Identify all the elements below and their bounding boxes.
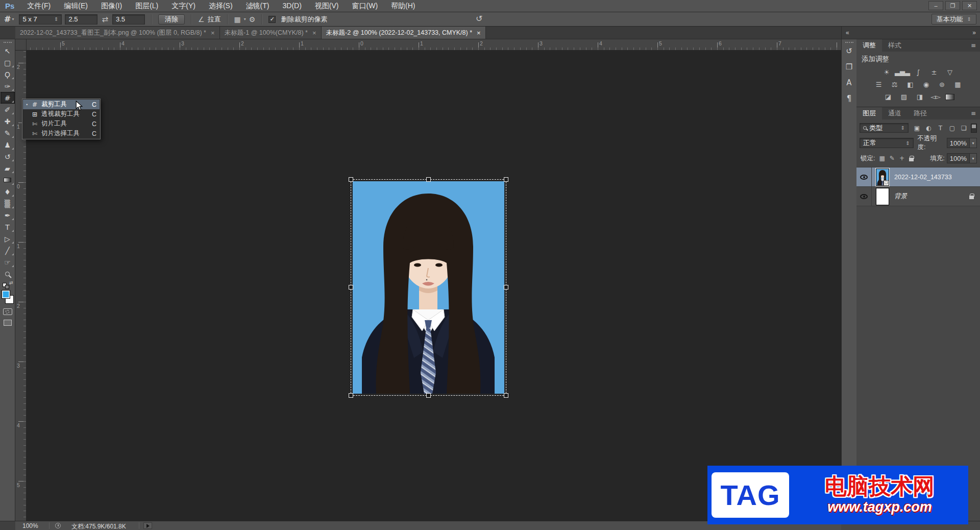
curves-icon[interactable]: ∫	[912, 68, 924, 77]
menu-item[interactable]: 3D(D)	[276, 1, 308, 12]
menu-item[interactable]: 视图(V)	[308, 1, 346, 12]
spot-healing-brush-tool[interactable]: ✚	[1, 115, 15, 127]
lock-transparency-icon[interactable]: ▦	[879, 155, 885, 162]
status-options-button[interactable]	[143, 522, 152, 529]
character-panel-icon[interactable]: A	[843, 77, 856, 89]
3d-panel-icon[interactable]: ❐	[843, 61, 856, 73]
horizontal-type-tool[interactable]: T	[1, 221, 15, 233]
crop-preset-select[interactable]: 5 x 7 ⇕	[19, 14, 62, 25]
black-white-icon[interactable]: ◧	[904, 80, 917, 89]
pen-tool[interactable]: ✒	[1, 209, 15, 221]
crop-handle[interactable]	[504, 285, 508, 290]
blend-mode-select[interactable]: 正常 ⇕	[860, 138, 914, 148]
zoom-level-field[interactable]: 100%	[22, 522, 38, 529]
menu-item[interactable]: 帮助(H)	[384, 1, 422, 12]
crop-handle[interactable]	[349, 177, 353, 182]
canvas-area[interactable]	[27, 51, 841, 521]
restore-button[interactable]: ❐	[945, 1, 960, 10]
clone-stamp-tool[interactable]: ♟	[1, 139, 15, 151]
filter-toggle-switch[interactable]	[971, 124, 977, 133]
menu-item[interactable]: 文字(Y)	[165, 1, 202, 12]
brightness-contrast-icon[interactable]: ☀	[880, 68, 893, 77]
reset-tool-icon[interactable]: ↺	[476, 14, 482, 23]
crop-handle[interactable]	[349, 285, 353, 290]
crop-overlay-options-icon[interactable]: ▦	[234, 15, 241, 23]
path-selection-tool[interactable]: ▷	[1, 233, 15, 245]
posterize-icon[interactable]: ▨	[898, 92, 910, 101]
levels-icon[interactable]: ▃▅▃	[896, 68, 909, 77]
paragraph-panel-icon[interactable]: ¶	[843, 92, 856, 105]
dodge-tool[interactable]: ▒	[1, 198, 15, 209]
chevron-down-icon[interactable]: ▾	[969, 138, 976, 148]
lock-paint-icon[interactable]: ✎	[890, 155, 895, 162]
eyedropper-tool[interactable]: ✐	[1, 104, 15, 115]
quick-selection-tool[interactable]: ✑	[1, 80, 15, 92]
filter-pixel-layers-icon[interactable]: ▣	[913, 125, 921, 132]
crop-marquee[interactable]	[351, 179, 506, 396]
rectangular-marquee-tool[interactable]: ▢	[1, 57, 15, 68]
tab-adjustments[interactable]: 调整	[856, 39, 882, 52]
gear-icon[interactable]: ⚙	[249, 15, 256, 23]
brush-tool[interactable]: ✎	[1, 127, 15, 139]
menu-item[interactable]: 文件(F)	[20, 1, 57, 12]
crop-tool[interactable]: #	[1, 92, 15, 104]
lock-all-icon[interactable]	[909, 158, 914, 161]
lock-position-icon[interactable]: +	[899, 155, 904, 162]
fill-input[interactable]: 100% ▾	[947, 153, 977, 163]
line-tool[interactable]: ╱	[1, 245, 15, 256]
channel-mixer-icon[interactable]: ⊚	[936, 80, 948, 89]
eraser-tool[interactable]: ▰	[1, 162, 15, 174]
screen-mode-button[interactable]	[4, 320, 12, 326]
layer-row-background[interactable]: 背景	[856, 187, 980, 206]
crop-handle[interactable]	[504, 177, 508, 182]
vibrance-icon[interactable]: ▽	[944, 68, 956, 77]
panel-grip[interactable]	[4, 42, 12, 43]
swap-colors-icon[interactable]: ⇄	[9, 280, 13, 285]
straighten-icon[interactable]: ∠	[198, 15, 205, 23]
photo-filter-icon[interactable]: ◉	[920, 80, 933, 89]
quick-mask-button[interactable]	[3, 308, 12, 315]
selective-color-icon[interactable]: ◅▻	[929, 92, 942, 101]
tab-layers[interactable]: 图层	[856, 107, 882, 119]
filter-smart-objects-icon[interactable]: ❏	[960, 125, 968, 132]
expand-panels-icon[interactable]: »	[972, 29, 976, 36]
crop-handle[interactable]	[504, 393, 508, 398]
menu-item[interactable]: 编辑(E)	[57, 1, 94, 12]
panel-menu-icon[interactable]: ≡	[971, 110, 980, 117]
tab-styles[interactable]: 样式	[882, 39, 908, 52]
layer-thumbnail[interactable]: ❏	[876, 168, 889, 186]
crop-width-input[interactable]: 2.5	[65, 14, 97, 25]
menu-item[interactable]: 选择(S)	[202, 1, 239, 12]
document-tab[interactable]: 未标题-1 @ 100%(CMYK/8) * ×	[220, 27, 322, 39]
clear-button[interactable]: 清除	[158, 14, 185, 25]
default-colors-icon[interactable]: ⇄	[2, 282, 13, 288]
panel-grip[interactable]	[845, 42, 853, 43]
filter-adjustment-layers-icon[interactable]: ◐	[924, 125, 933, 132]
tab-paths[interactable]: 路径	[908, 107, 933, 119]
menu-item[interactable]: 滤镜(T)	[239, 1, 276, 12]
crop-handle[interactable]	[426, 177, 431, 182]
menu-item[interactable]: 图像(I)	[94, 1, 129, 12]
flyout-slice-select-tool[interactable]: ✄ 切片选择工具 C	[23, 129, 100, 138]
horizontal-ruler[interactable]: 5432101234567	[27, 39, 841, 51]
crop-handle[interactable]	[426, 393, 431, 398]
menu-item[interactable]: 窗口(W)	[346, 1, 385, 12]
straighten-label[interactable]: 拉直	[208, 15, 221, 24]
hue-saturation-icon[interactable]: ☰	[873, 80, 885, 89]
zoom-tool[interactable]	[1, 268, 15, 280]
foreground-color-swatch[interactable]	[2, 290, 10, 299]
filter-type-layers-icon[interactable]: T	[936, 125, 945, 132]
layer-filter-type-select[interactable]: 类型 ⇕	[860, 123, 909, 133]
history-panel-icon[interactable]: ↺	[843, 45, 856, 57]
hand-tool[interactable]: ☞	[1, 256, 15, 268]
tab-close-icon[interactable]: ×	[477, 29, 481, 37]
swap-dimensions-icon[interactable]: ⇄	[102, 15, 108, 24]
filter-shape-layers-icon[interactable]: ▢	[948, 125, 957, 132]
delete-cropped-pixels-checkbox[interactable]: ✓	[268, 16, 276, 23]
flyout-perspective-crop-tool[interactable]: ⊞ 透视裁剪工具 C	[23, 109, 100, 119]
layer-visibility-toggle[interactable]	[856, 187, 872, 206]
layer-name[interactable]: 背景	[894, 192, 907, 201]
crop-tool-options-icon[interactable]: # ▾	[4, 14, 14, 24]
crop-height-input[interactable]: 3.5	[112, 14, 145, 25]
gradient-tool[interactable]	[1, 174, 15, 186]
